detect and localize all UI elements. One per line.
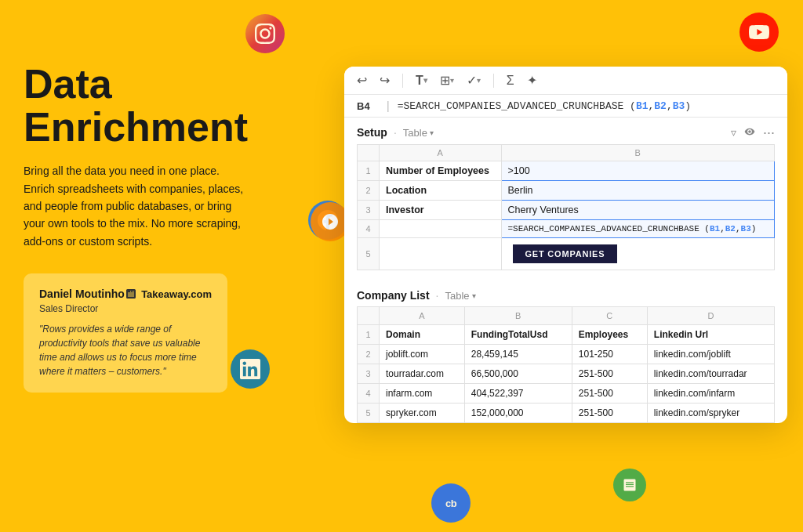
eye-icon[interactable] xyxy=(744,126,755,139)
formula-bar: B4 | =SEARCH_COMPANIES_ADVANCED_CRUNCHBA… xyxy=(344,95,787,118)
testimonial-company: Takeaway.com xyxy=(125,288,212,300)
company-list-table: A B C D 1 Domain FundingTotalUsd Employe… xyxy=(357,306,775,423)
youtube-icon xyxy=(739,13,779,52)
left-panel: Data Enrichment Bring all the data you n… xyxy=(24,63,251,393)
sum-button[interactable]: Σ xyxy=(507,74,514,88)
setup-section-header: Setup · Table ▾ ▿ ··· xyxy=(344,118,787,144)
setup-title: Setup · Table ▾ xyxy=(357,126,434,139)
testimonial-name: Daniel Moutinho xyxy=(39,288,125,300)
testimonial-quote: "Rows provides a wide range of productiv… xyxy=(39,322,212,378)
more-icon[interactable]: ··· xyxy=(763,125,775,139)
table-row: 1 Number of Employees >100 xyxy=(358,161,775,181)
formula-content: =SEARCH_COMPANIES_ADVANCED_CRUNCHBASE (B… xyxy=(398,100,692,112)
filter-icon[interactable]: ▿ xyxy=(731,126,736,139)
table-row: 4 =SEARCH_COMPANIES_ADVANCED_CRUNCHBASE … xyxy=(358,220,775,238)
col-a-header: A xyxy=(380,145,502,161)
google-sheets-icon xyxy=(613,469,646,501)
spreadsheet-panel: ↩ ↪ T ▾ ⊞ ▾ ✓ ▾ Σ ✦ B4 | =SEARCH_COMPANI… xyxy=(344,67,787,423)
company-list-section-header: Company List · Table ▾ xyxy=(344,281,787,306)
redo-button[interactable]: ↪ xyxy=(380,73,390,88)
table-row: 5 spryker.com 152,000,000 251-500 linked… xyxy=(358,404,775,423)
instagram-icon xyxy=(245,14,285,53)
setup-table: A B 1 Number of Employees >100 2 Locatio… xyxy=(357,144,775,270)
table-row: 3 Investor Cherry Ventures xyxy=(358,201,775,220)
table-row: 3 tourradar.com 66,500,000 251-500 linke… xyxy=(358,364,775,384)
setup-subtitle[interactable]: Table ▾ xyxy=(403,127,434,139)
table-row: 2 joblift.com 28,459,145 101-250 linkedi… xyxy=(358,345,775,364)
crunchbase-icon: cb xyxy=(431,483,471,523)
col-b-header: B xyxy=(501,145,775,161)
company-list-subtitle[interactable]: Table ▾ xyxy=(445,290,475,302)
testimonial-title: Sales Director xyxy=(39,303,212,314)
testimonial-card: Daniel Moutinho Takeaway.com Sales Direc… xyxy=(24,273,227,393)
setup-actions: ▿ ··· xyxy=(731,125,775,139)
company-list-title: Company List · Table ▾ xyxy=(357,289,476,302)
toolbar: ↩ ↪ T ▾ ⊞ ▾ ✓ ▾ Σ ✦ xyxy=(344,67,787,95)
table-row: 4 infarm.com 404,522,397 251-500 linkedi… xyxy=(358,384,775,404)
cell-reference: B4 xyxy=(357,100,379,112)
corner-header xyxy=(358,145,380,161)
check-button[interactable]: ✓ ▾ xyxy=(467,73,481,88)
text-format-button[interactable]: T ▾ xyxy=(416,74,427,88)
headline: Data Enrichment xyxy=(24,63,251,148)
table-row: 5 GET COMPANIES xyxy=(358,238,775,270)
undo-button[interactable]: ↩ xyxy=(357,73,367,88)
table-row: 2 Location Berlin xyxy=(358,181,775,201)
company-name: Takeaway.com xyxy=(141,288,212,300)
description: Bring all the data you need in one place… xyxy=(24,162,251,250)
insert-button[interactable]: ⊞ ▾ xyxy=(440,73,454,88)
sparkle-button[interactable]: ✦ xyxy=(527,73,537,88)
get-companies-button[interactable]: GET COMPANIES xyxy=(513,244,618,263)
